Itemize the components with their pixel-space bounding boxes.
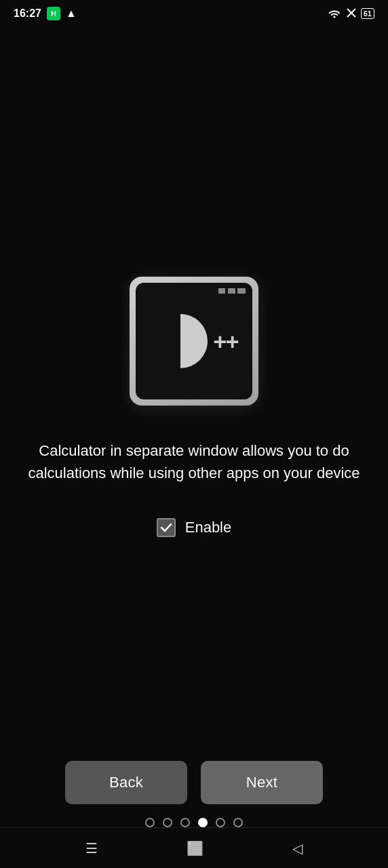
- pagination-dot-5: [216, 818, 225, 827]
- pagination-dot-2: [163, 818, 172, 827]
- signal-x-icon: [346, 7, 357, 20]
- back-button[interactable]: Back: [65, 761, 187, 804]
- battery-indicator: 61: [361, 8, 374, 19]
- app-icon: ++: [130, 277, 258, 406]
- system-nav-bar: ☰ ⬜ ◁: [0, 827, 388, 868]
- warning-icon: ▲: [66, 7, 77, 20]
- status-bar: 16:27 H ▲ 61: [0, 0, 388, 27]
- h-icon: H: [47, 7, 60, 20]
- enable-checkbox[interactable]: [157, 518, 176, 537]
- nav-back-icon[interactable]: ◁: [292, 840, 303, 856]
- nav-home-icon[interactable]: ⬜: [187, 840, 203, 856]
- pacman-icon: [150, 311, 211, 372]
- checkmark-icon: [159, 521, 173, 534]
- bottom-area: Back Next: [0, 761, 388, 827]
- wifi-icon: [327, 7, 342, 20]
- button-row: Back Next: [65, 761, 323, 804]
- status-time: 16:27: [14, 7, 41, 20]
- app-icon-inner: ++: [136, 283, 252, 399]
- next-button[interactable]: Next: [201, 761, 323, 804]
- main-content: ++ Calculator in separate window allows …: [0, 27, 388, 773]
- enable-checkbox-row[interactable]: Enable: [157, 518, 232, 537]
- pacman-cpp-logo: ++: [150, 311, 239, 372]
- pagination-dot-4: [198, 818, 208, 827]
- status-right: 61: [327, 7, 374, 20]
- status-left: 16:27 H ▲: [14, 7, 77, 20]
- pagination-dots: [145, 818, 243, 827]
- pagination-dot-3: [180, 818, 190, 827]
- window-dots: [218, 288, 246, 294]
- pagination-dot-1: [145, 818, 155, 827]
- nav-menu-icon[interactable]: ☰: [85, 840, 98, 856]
- app-icon-container: ++: [130, 277, 258, 406]
- description-text: Calculator in separate window allows you…: [27, 439, 361, 484]
- enable-label: Enable: [185, 519, 232, 536]
- pagination-dot-6: [233, 818, 243, 827]
- cpp-label: ++: [214, 328, 239, 354]
